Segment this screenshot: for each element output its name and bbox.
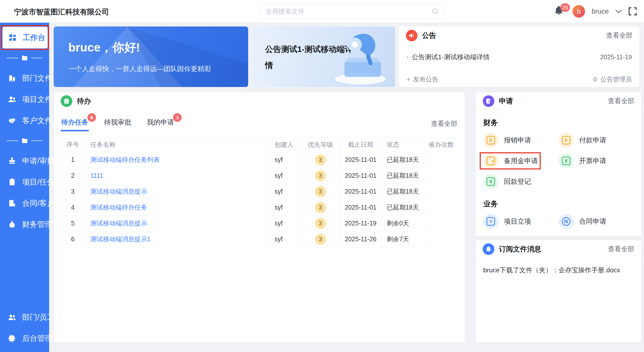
sidebar-item-admin[interactable]: 后台管理	[0, 328, 49, 349]
fullscreen-icon[interactable]	[628, 7, 637, 16]
subscribe-panel: 订阅文件消息 查看全部 bruce下载了文件（夹）：企存宝操作手册.docx	[476, 240, 641, 342]
sidebar-item-contract-customer[interactable]: 合同/客户	[0, 193, 49, 214]
global-search[interactable]	[260, 4, 445, 19]
apply-item-label: 合同申请	[579, 217, 606, 226]
cell-creator: syf	[269, 184, 301, 199]
tab-todo-tasks[interactable]: 待办任务 6	[61, 118, 88, 131]
main-content: bruce，你好! 一个人走得快，一群人走得远—团队因你更精彩 公告测试1-测试…	[49, 23, 644, 352]
handshake-icon	[7, 115, 17, 126]
cell-status: 已延期18天	[381, 199, 425, 215]
apply-item-payment[interactable]: ¥ 付款申请	[559, 130, 634, 151]
task-link[interactable]: 1111	[90, 172, 103, 179]
tab-badge: 6	[87, 113, 96, 122]
sidebar-item-label: 合同/客户	[22, 198, 54, 209]
cell-urge	[425, 168, 457, 184]
chevron-down-icon[interactable]	[615, 9, 622, 14]
col-header: 状态	[381, 138, 425, 152]
cell-urge	[425, 231, 457, 247]
apply-icon	[483, 95, 494, 107]
apply-item-label: 开票申请	[579, 156, 606, 165]
dashboard-icon	[8, 33, 18, 43]
cell-creator: syf	[269, 168, 301, 184]
notice-title: 公告	[422, 31, 436, 40]
sidebar-item-label: 项目/任务	[22, 177, 54, 187]
sidebar-bottom-group: 部门/员工 后台管理	[0, 307, 49, 352]
promo-banner[interactable]: 公告测试1-测试移动端详情	[252, 26, 395, 87]
col-header: 催办次数	[425, 138, 457, 152]
todo-header: 待办	[54, 92, 465, 110]
cell-no: 6	[61, 231, 85, 247]
sidebar-item-customer-files[interactable]: 客户文件	[0, 110, 49, 131]
folder-icon	[21, 137, 28, 144]
avatar-initial: b	[577, 8, 581, 15]
apply-item-label: 付款申请	[579, 136, 606, 145]
sidebar-item-project-task[interactable]: 项目/任务	[0, 171, 49, 193]
notification-bell[interactable]: 25	[554, 5, 566, 18]
table-row: 3 测试移动端消息提示 syf 3 2025-11-01 已延期18天	[61, 184, 457, 199]
project-doc-icon: ≡	[483, 214, 498, 229]
sidebar-item-project-files[interactable]: 项目文件	[0, 89, 49, 110]
apply-item-contract-request[interactable]: N 合同申请	[559, 211, 634, 232]
refund-icon: ¥	[483, 174, 498, 189]
priority-badge: 3	[315, 154, 326, 165]
apply-item-refund[interactable]: ¥ 回款登记	[483, 171, 559, 192]
cell-urge	[425, 215, 457, 231]
cell-deadline: 2025-11-26	[340, 231, 381, 247]
task-link[interactable]: 测试移动端消息提示	[90, 220, 147, 227]
plus-icon: +	[406, 75, 410, 83]
cell-urge	[425, 184, 457, 199]
apply-item-label: 备用金申请	[504, 156, 538, 165]
notice-item-date: 2025-11-19	[600, 53, 632, 61]
task-link[interactable]: 测试移动端待办任务列表	[90, 156, 160, 163]
search-icon[interactable]	[431, 8, 439, 15]
task-link[interactable]: 测试移动端消息提示1	[90, 236, 151, 243]
apply-view-all[interactable]: 查看全部	[608, 97, 634, 105]
cell-deadline: 2025-11-19	[340, 215, 381, 231]
task-link[interactable]: 测试移动端消息提示	[90, 188, 147, 195]
apply-item-invoice[interactable]: ¥ 开票申请	[559, 151, 634, 171]
todo-view-all[interactable]: 查看全部	[431, 119, 457, 128]
todo-table: 序号 任务名称 创建人 优先等级 截止日期 状态 催办次数 1 测试移动端待办任…	[61, 137, 457, 339]
cell-urge	[425, 152, 457, 168]
notice-view-all[interactable]: 查看全部	[606, 31, 632, 40]
task-link[interactable]: 测试移动端待办任务	[90, 204, 147, 211]
publish-notice-button[interactable]: + 发布公告	[406, 75, 438, 83]
search-input[interactable]	[265, 8, 431, 15]
apply-item-reimburse[interactable]: ¥ 报销申请	[483, 130, 559, 151]
subscribe-list-item[interactable]: bruce下载了文件（夹）：企存宝操作手册.docx	[476, 258, 641, 275]
notice-admin-button[interactable]: ⚙ 公告管理员	[592, 75, 632, 83]
priority-badge: 3	[315, 202, 326, 213]
avatar[interactable]: b	[572, 5, 585, 18]
cell-status: 剩余7天	[381, 231, 425, 247]
welcome-subtitle: 一个人走得快，一群人走得远—团队因你更精彩	[68, 64, 211, 73]
tab-my-applications[interactable]: 我的申请 3	[147, 118, 174, 131]
notice-list-item[interactable]: · 公告测试1-测试移动端详情 2025-11-19	[399, 45, 639, 69]
sidebar-item-apply-approve[interactable]: 申请/审批	[0, 150, 49, 171]
apply-item-petty-cash[interactable]: 备用金申请	[483, 151, 559, 171]
sidebar-item-department-files[interactable]: 部门文件	[0, 68, 49, 89]
publish-notice-label: 发布公告	[413, 75, 438, 83]
subscribe-view-all[interactable]: 查看全部	[608, 245, 634, 253]
notice-footer: + 发布公告 ⚙ 公告管理员	[399, 71, 639, 87]
sidebar-item-department-staff[interactable]: 部门/员工	[0, 307, 49, 328]
stamp-icon	[7, 156, 17, 166]
table-header-row: 序号 任务名称 创建人 优先等级 截止日期 状态 催办次数	[61, 138, 457, 152]
sidebar-item-label: 项目文件	[22, 94, 52, 105]
tab-awaiting-my-approval[interactable]: 待我审批	[104, 118, 131, 131]
sidebar-item-finance[interactable]: 财务管理	[0, 214, 49, 235]
user-name[interactable]: bruce	[592, 8, 609, 15]
sidebar-divider-files	[7, 54, 43, 62]
todo-panel: 待办 待办任务 6 待我审批 我的申请 3 查看全部	[54, 92, 465, 342]
sidebar-item-label: 财务管理	[22, 219, 52, 230]
sidebar-item-label: 申请/审批	[22, 156, 54, 166]
cell-status: 剩余0天	[381, 215, 425, 231]
apply-item-project-setup[interactable]: ≡ 项目立项	[483, 211, 559, 232]
welcome-banner: bruce，你好! 一个人走得快，一群人走得远—团队因你更精彩	[54, 26, 248, 87]
petty-cash-icon	[483, 153, 498, 168]
sidebar-item-workbench[interactable]: 工作台	[3, 27, 48, 48]
notification-count-badge: 25	[560, 3, 570, 12]
priority-badge: 3	[315, 186, 326, 197]
section-label-business: 业务	[483, 199, 634, 209]
cell-no: 1	[61, 152, 85, 168]
cell-deadline: 2025-11-01	[340, 199, 381, 215]
